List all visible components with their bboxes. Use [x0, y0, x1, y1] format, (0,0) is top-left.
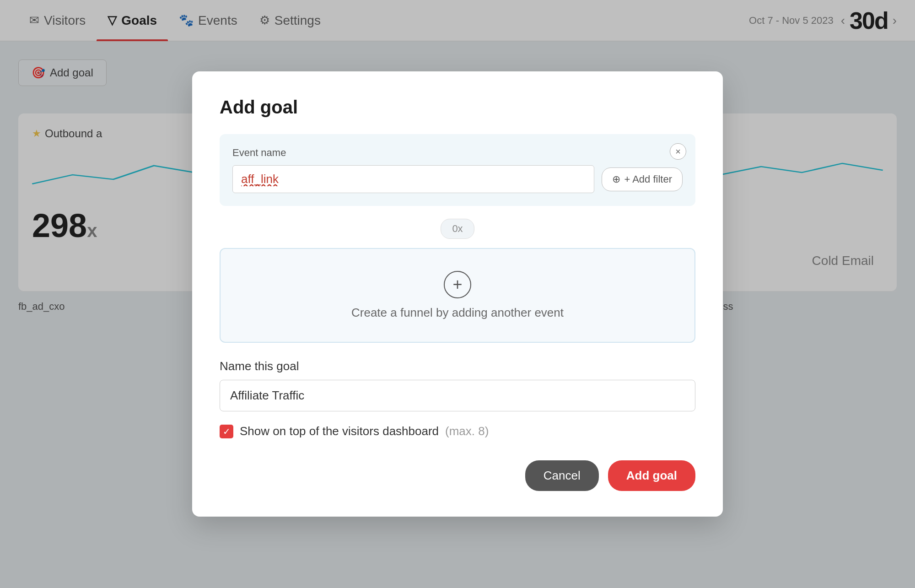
- add-goal-submit-button[interactable]: Add goal: [608, 460, 695, 491]
- cancel-label: Cancel: [544, 469, 581, 482]
- checkbox-row: ✓ Show on top of the visitors dashboard …: [220, 424, 695, 438]
- event-name-input[interactable]: [232, 165, 594, 193]
- cancel-button[interactable]: Cancel: [525, 460, 599, 491]
- add-funnel-button[interactable]: + Create a funnel by adding another even…: [220, 248, 695, 343]
- add-goal-modal: Add goal × Event name ⊕ + Add filter 0x …: [192, 71, 723, 517]
- name-goal-input[interactable]: [220, 380, 695, 411]
- modal-title: Add goal: [220, 97, 695, 118]
- funnel-text: Create a funnel by adding another event: [351, 306, 564, 320]
- zero-badge-text: 0x: [441, 219, 474, 239]
- add-filter-plus-icon: ⊕: [612, 173, 620, 185]
- checkbox-label: Show on top of the visitors dashboard: [240, 424, 439, 438]
- add-filter-button[interactable]: ⊕ + Add filter: [602, 167, 683, 191]
- close-event-button[interactable]: ×: [670, 143, 686, 160]
- zero-badge: 0x: [220, 219, 695, 239]
- add-goal-submit-label: Add goal: [626, 469, 677, 482]
- modal-overlay[interactable]: Add goal × Event name ⊕ + Add filter 0x …: [0, 0, 915, 588]
- event-section: × Event name ⊕ + Add filter: [220, 134, 695, 206]
- funnel-plus-icon: +: [444, 271, 471, 298]
- event-name-label: Event name: [232, 147, 683, 159]
- add-filter-label: + Add filter: [624, 173, 672, 185]
- modal-actions: Cancel Add goal: [220, 460, 695, 491]
- event-input-row: ⊕ + Add filter: [232, 165, 683, 193]
- check-icon: ✓: [223, 426, 231, 437]
- checkbox-sub: (max. 8): [445, 424, 489, 438]
- name-goal-label: Name this goal: [220, 359, 695, 373]
- close-icon: ×: [675, 146, 681, 157]
- show-dashboard-checkbox[interactable]: ✓: [220, 425, 233, 438]
